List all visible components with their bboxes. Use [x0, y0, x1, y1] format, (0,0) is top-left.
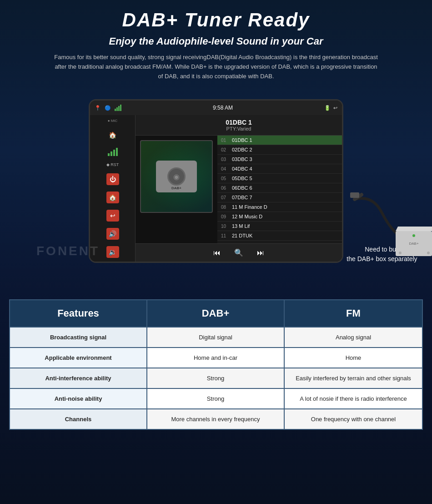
channel-item[interactable]: 04 04DBC 4: [217, 164, 342, 174]
channel-item[interactable]: 01 01DBC 1: [217, 136, 342, 145]
dab-cell: Digital signal: [147, 328, 285, 347]
signal-bar-1: [115, 109, 116, 111]
channel-name: 11 M Finance D: [232, 204, 267, 210]
channel-item[interactable]: 06 06DBC 6: [217, 183, 342, 193]
signal-bar-3: [118, 106, 120, 111]
channel-list: 01 01DBC 1 02 02DBC 2 03 03DBC 3 04 04DB…: [217, 136, 342, 243]
table-header-row: Features DAB+ FM: [10, 300, 422, 327]
channel-name: 04DBC 4: [232, 166, 252, 171]
signal-bar-4: [120, 105, 121, 111]
channel-number: 10: [221, 224, 229, 229]
dab-box-svg: DAB+: [346, 186, 432, 277]
dab-box-image: DAB+: [346, 186, 418, 240]
svg-marker-2: [396, 227, 432, 231]
home-button[interactable]: 🏠: [106, 192, 119, 203]
table-row: Broadcasting signal Digital signal Analo…: [10, 327, 422, 347]
search-button[interactable]: 🔍: [234, 248, 243, 257]
dab-cell: More channels in every frequency: [147, 409, 285, 429]
channel-name: 02DBC 2: [232, 147, 252, 152]
channel-item[interactable]: 05 05DBC 5: [217, 174, 342, 183]
screen-section: 📍 🔵 9:58 AM 🔋 ↩: [0, 95, 432, 286]
back-button[interactable]: ↩: [106, 210, 119, 222]
page-container: DAB+ Tuner Ready Enjoy the Audiophile-le…: [0, 0, 432, 504]
feature-cell: Channels: [10, 409, 147, 429]
svg-text:DAB+: DAB+: [409, 242, 418, 246]
album-area: ◉ DAB+ 01 01DBC 1 02 02DBC 2 03 03DBC 3 …: [136, 136, 342, 243]
fm-cell: Easily interfered by terrain and other s…: [285, 368, 422, 388]
channel-number: 03: [221, 157, 229, 162]
next-button[interactable]: ⏭: [257, 249, 264, 257]
topbar-time: 9:58 AM: [213, 105, 233, 111]
channel-item[interactable]: 11 21 DTUK: [217, 231, 342, 241]
feature-cell: Broadcasting signal: [10, 328, 147, 347]
topbar-left: 📍 🔵: [95, 105, 121, 111]
power-button[interactable]: ⏻: [106, 173, 119, 185]
watermark: FONENT: [36, 244, 100, 258]
svg-point-6: [412, 234, 415, 237]
table-row: Channels More channels in every frequenc…: [10, 408, 422, 429]
vol-down-button[interactable]: 🔉: [106, 246, 119, 258]
signal-bars: [115, 105, 121, 111]
table-row: Applicable environment Home and in-car H…: [10, 347, 422, 368]
topbar-right: 🔋 ↩: [324, 105, 337, 111]
channel-name: 21 DTUK: [232, 233, 252, 238]
radio-image: ◉ DAB+: [156, 161, 197, 192]
dab-plus-label: DAB+: [171, 186, 181, 190]
channel-number: 09: [221, 214, 229, 219]
channel-name: 05DBC 5: [232, 176, 252, 181]
description: Famous for its better sound quality, str…: [52, 53, 380, 81]
channel-item[interactable]: 10 13 M Lif: [217, 222, 342, 231]
table-row: Anti-noise ability Strong A lot of nosie…: [10, 388, 422, 408]
dab-info: 01DBC 1 PTY:Varied: [136, 115, 342, 136]
dab-station: 01DBC 1: [141, 119, 337, 126]
car-screen: 📍 🔵 9:58 AM 🔋 ↩: [89, 99, 343, 263]
channel-name: 01DBC 1: [232, 137, 252, 143]
battery-icon: 🔋: [324, 105, 331, 111]
header-section: DAB+ Tuner Ready Enjoy the Audiophile-le…: [0, 0, 432, 95]
channel-item[interactable]: 02 02DBC 2: [217, 145, 342, 155]
svg-rect-0: [350, 192, 359, 198]
prev-button[interactable]: ⏮: [213, 249, 221, 257]
vol-up-button[interactable]: 🔊: [106, 228, 119, 240]
channel-name: 12 M Music D: [232, 214, 262, 219]
channel-item[interactable]: 07 07DBC 7: [217, 193, 342, 202]
sig-bar-4: [116, 148, 118, 156]
screen-topbar: 📍 🔵 9:58 AM 🔋 ↩: [90, 101, 342, 115]
channel-number: 11: [221, 233, 229, 238]
channel-number: 01: [221, 138, 229, 143]
dab-cell: Strong: [147, 368, 285, 388]
channel-item[interactable]: 09 12 M Music D: [217, 212, 342, 222]
channel-number: 07: [221, 195, 229, 200]
dab-cell: Home and in-car: [147, 348, 285, 368]
screen-main: 01DBC 1 PTY:Varied ◉ DAB+: [136, 115, 342, 262]
radio-speaker: ◉: [167, 167, 186, 186]
feature-cell: Anti-noise ability: [10, 389, 147, 408]
mic-label: ● MIC: [108, 119, 118, 123]
sig-bar-3: [113, 150, 115, 156]
speaker-icon: ◉: [173, 172, 180, 181]
svg-point-5: [427, 252, 430, 254]
channel-number: 05: [221, 176, 229, 181]
svg-point-4: [399, 252, 402, 254]
channel-item[interactable]: 03 03DBC 3: [217, 155, 342, 164]
signal-bar-2: [116, 107, 118, 111]
main-title: DAB+ Tuner Ready: [18, 9, 414, 31]
sig-bar-2: [111, 151, 112, 156]
header-fm: FM: [285, 300, 422, 327]
header-dab: DAB+: [147, 300, 285, 327]
channel-name: 07DBC 7: [232, 195, 252, 200]
dab-cell: Strong: [147, 389, 285, 408]
sig-bar-1: [108, 153, 110, 156]
channel-item[interactable]: 08 11 M Finance D: [217, 202, 342, 212]
location-icon: 📍: [95, 105, 101, 111]
rst-label[interactable]: ◆ RST: [106, 162, 119, 167]
subtitle: Enjoy the Audiophile-level Sound in your…: [18, 35, 414, 47]
home-icon[interactable]: 🏠: [106, 129, 119, 141]
table-row: Anti-interference ability Strong Easily …: [10, 368, 422, 388]
feature-cell: Applicable environment: [10, 348, 147, 368]
back-icon[interactable]: ↩: [333, 105, 337, 111]
dab-pty: PTY:Varied: [141, 126, 337, 131]
album-art: ◉ DAB+: [140, 140, 213, 213]
bluetooth-icon: 🔵: [105, 105, 111, 111]
dab-box-section: DAB+ Need to buy the DAB+ box separately: [346, 186, 418, 264]
